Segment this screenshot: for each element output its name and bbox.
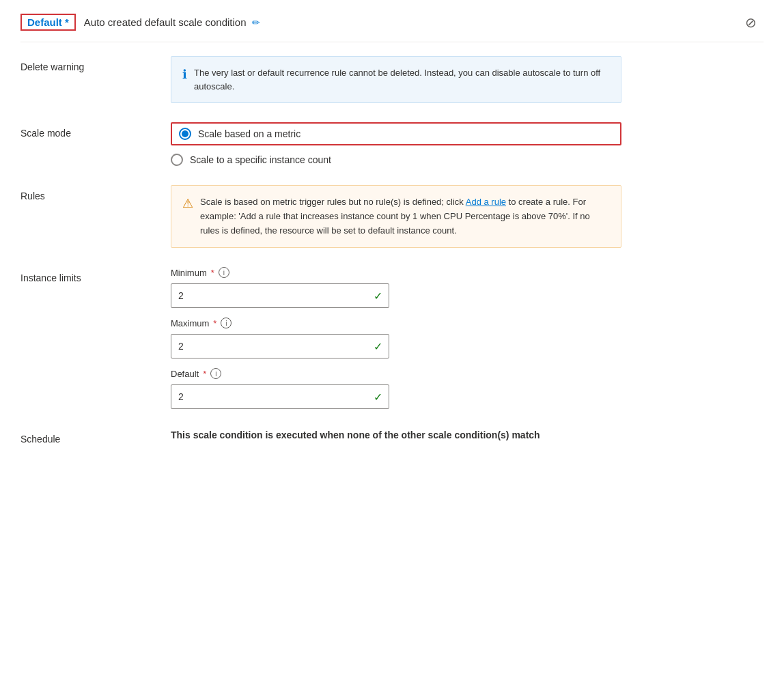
default-label-row: Default * i xyxy=(171,368,621,379)
rules-content: ⚠ Scale is based on metric trigger rules… xyxy=(171,185,621,248)
maximum-field-group: Maximum * i ✓ xyxy=(171,318,621,358)
minimum-input[interactable] xyxy=(171,283,389,308)
warning-icon: ⚠ xyxy=(182,196,193,211)
add-a-rule-link[interactable]: Add a rule xyxy=(466,197,506,207)
rules-message-pre: Scale is based on metric trigger rules b… xyxy=(200,197,466,207)
maximum-field-label: Maximum xyxy=(171,318,209,328)
delete-warning-box: ℹ The very last or default recurrence ru… xyxy=(171,56,621,103)
maximum-info-icon: i xyxy=(221,318,232,328)
header-title-text: Auto created default scale condition xyxy=(84,16,247,28)
maximum-input-wrapper: ✓ xyxy=(171,334,389,358)
rules-warning-box: ⚠ Scale is based on metric trigger rules… xyxy=(171,185,621,248)
radio-label-metric: Scale based on a metric xyxy=(198,128,300,139)
minimum-field-label: Minimum xyxy=(171,268,207,278)
default-field-label: Default xyxy=(171,369,199,379)
scale-mode-content: Scale based on a metric Scale to a speci… xyxy=(171,122,621,166)
delete-warning-content: ℹ The very last or default recurrence ru… xyxy=(171,56,621,103)
default-required-star: * xyxy=(203,369,206,379)
schedule-content: This scale condition is executed when no… xyxy=(171,428,621,442)
scale-mode-row: Scale mode Scale based on a metric Scale… xyxy=(20,122,764,166)
page-container: Default * Auto created default scale con… xyxy=(0,0,784,689)
default-field-group: Default * i ✓ xyxy=(171,368,621,409)
instance-limits-fields: Minimum * i ✓ Maximum * i xyxy=(171,267,621,409)
rules-label: Rules xyxy=(20,185,157,201)
instance-limits-row: Instance limits Minimum * i ✓ xyxy=(20,267,764,409)
schedule-text: This scale condition is executed when no… xyxy=(171,430,540,440)
info-icon: ℹ xyxy=(182,67,187,82)
scale-mode-label: Scale mode xyxy=(20,122,157,139)
delete-warning-row: Delete warning ℹ The very last or defaul… xyxy=(20,56,764,103)
delete-warning-label: Delete warning xyxy=(20,56,157,72)
rules-warning-text: Scale is based on metric trigger rules b… xyxy=(200,195,610,238)
default-input[interactable] xyxy=(171,384,389,409)
minimum-required-star: * xyxy=(211,268,214,278)
maximum-input[interactable] xyxy=(171,334,389,358)
default-input-wrapper: ✓ xyxy=(171,384,389,409)
disable-icon[interactable]: ⊘ xyxy=(745,14,757,31)
radio-label-instance: Scale to a specific instance count xyxy=(190,154,331,165)
radio-option-instance[interactable]: Scale to a specific instance count xyxy=(171,154,621,166)
radio-circle-instance xyxy=(171,154,183,166)
minimum-info-icon: i xyxy=(219,267,229,278)
radio-circle-metric xyxy=(179,128,191,140)
default-badge: Default * xyxy=(20,14,76,31)
header-row: Default * Auto created default scale con… xyxy=(20,14,764,42)
rules-row: Rules ⚠ Scale is based on metric trigger… xyxy=(20,185,764,248)
schedule-label: Schedule xyxy=(20,428,157,445)
maximum-required-star: * xyxy=(213,318,216,328)
edit-icon[interactable]: ✏ xyxy=(252,17,260,28)
radio-option-metric[interactable]: Scale based on a metric xyxy=(171,122,621,145)
maximum-label-row: Maximum * i xyxy=(171,318,621,328)
schedule-row: Schedule This scale condition is execute… xyxy=(20,428,764,445)
minimum-field-group: Minimum * i ✓ xyxy=(171,267,621,308)
delete-warning-text: The very last or default recurrence rule… xyxy=(194,66,610,93)
minimum-label-row: Minimum * i xyxy=(171,267,621,278)
minimum-input-wrapper: ✓ xyxy=(171,283,389,308)
default-info-icon: i xyxy=(210,368,221,379)
instance-limits-content: Minimum * i ✓ Maximum * i xyxy=(171,267,621,409)
radio-group: Scale based on a metric Scale to a speci… xyxy=(171,122,621,166)
instance-limits-label: Instance limits xyxy=(20,267,157,283)
header-title: Auto created default scale condition ✏ xyxy=(84,16,260,28)
